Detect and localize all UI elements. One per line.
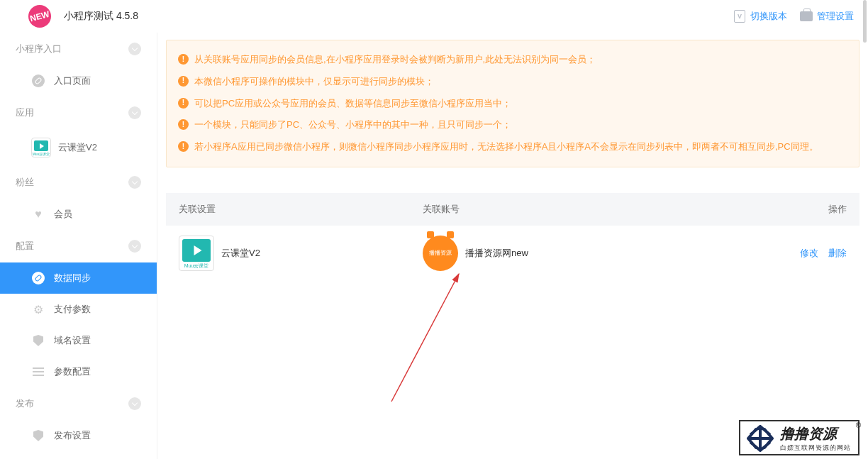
- sync-table: 关联设置 关联账号 操作 Muu云课堂 云课堂V2 播播资源 播播资源网new: [166, 193, 859, 281]
- scrollbar[interactable]: [863, 0, 867, 43]
- app-icon: Muu云课堂: [31, 138, 51, 157]
- app-logo: NEW: [28, 5, 51, 28]
- chevron-down-icon: [128, 240, 141, 253]
- notice-item: ! 本微信小程序可操作的模块中，仅显示可进行同步的模块；: [178, 71, 847, 93]
- sidebar-group-config[interactable]: 配置: [0, 230, 157, 262]
- col-header-account: 关联账号: [423, 203, 790, 216]
- briefcase-icon: [800, 10, 813, 23]
- watermark: 撸撸资源 ® 白嫖互联网资源的网站: [739, 420, 859, 455]
- account-label: 播播资源网new: [465, 247, 528, 260]
- chevron-down-icon: [128, 43, 141, 55]
- sidebar-item-entry-page[interactable]: 入口页面: [0, 65, 157, 96]
- sidebar-item-pay-params[interactable]: ⚙ 支付参数: [0, 294, 157, 325]
- sidebar-item-label: 会员: [54, 208, 72, 221]
- col-header-settings: 关联设置: [179, 203, 423, 216]
- sidebar-item-publish[interactable]: 发布设置: [0, 420, 157, 451]
- notice-text: 一个模块，只能同步了PC、公众号、小程序中的其中一种，且只可同步一个；: [194, 118, 511, 133]
- notice-text: 从关联账号应用同步的会员信息,在小程序应用登录时会被判断为新用户,此处无法识别为…: [194, 52, 596, 67]
- sidebar-item-label: 云课堂V2: [58, 141, 97, 154]
- sidebar-item-label: 参数配置: [54, 365, 91, 378]
- settings-label: 云课堂V2: [221, 247, 260, 260]
- notice-item: ! 可以把PC应用或公众号应用的会员、数据等信息同步至微信小程序应用当中；: [178, 93, 847, 115]
- manage-settings-label: 管理设置: [817, 10, 854, 23]
- sidebar-item-domain[interactable]: 域名设置: [0, 325, 157, 356]
- sidebar-item-label: 入口页面: [54, 74, 91, 87]
- table-header: 关联设置 关联账号 操作: [166, 193, 859, 226]
- sidebar-group-label: 发布: [16, 397, 34, 410]
- info-icon: !: [178, 54, 189, 65]
- new-badge-icon: NEW: [29, 9, 51, 23]
- col-header-ops: 操作: [790, 203, 847, 216]
- sidebar-group-fans[interactable]: 粉丝: [0, 166, 157, 199]
- notice-item: ! 从关联账号应用同步的会员信息,在小程序应用登录时会被判断为新用户,此处无法识…: [178, 49, 847, 71]
- watermark-title: 撸撸资源 ®: [780, 424, 851, 443]
- shield-icon: [31, 333, 45, 348]
- main-content: ! 从关联账号应用同步的会员信息,在小程序应用登录时会被判断为新用户,此处无法识…: [157, 33, 868, 459]
- chevron-down-icon: [128, 106, 141, 119]
- sidebar-group-label: 应用: [16, 106, 34, 119]
- link-icon: [31, 271, 45, 285]
- sidebar: 小程序入口 入口页面 应用 Muu云课堂 云课堂V2: [0, 33, 157, 459]
- manage-settings-button[interactable]: 管理设置: [800, 10, 854, 23]
- notice-item: ! 若小程序A应用已同步微信小程序，则微信小程序同步小程序应用时，无法选择小程序…: [178, 136, 847, 158]
- annotation-arrow: [384, 267, 498, 409]
- sidebar-group-label: 粉丝: [16, 176, 34, 189]
- version-icon: [733, 10, 746, 23]
- svg-line-0: [391, 274, 459, 402]
- registered-icon: ®: [856, 421, 861, 429]
- info-icon: !: [178, 119, 189, 130]
- table-row: Muu云课堂 云课堂V2 播播资源 播播资源网new 修改 删除: [166, 226, 859, 281]
- sidebar-group-apps[interactable]: 应用: [0, 96, 157, 129]
- app-icon: Muu云课堂: [179, 236, 214, 271]
- switch-version-button[interactable]: 切换版本: [733, 10, 787, 23]
- sidebar-item-members[interactable]: ♥ 会员: [0, 199, 157, 230]
- chevron-down-icon: [128, 397, 141, 410]
- sidebar-item-label: 数据同步: [54, 272, 91, 284]
- notice-box: ! 从关联账号应用同步的会员信息,在小程序应用登录时会被判断为新用户,此处无法识…: [166, 40, 859, 167]
- sidebar-item-label: 发布设置: [54, 429, 91, 442]
- header: NEW 小程序测试 4.5.8 切换版本 管理设置: [0, 0, 868, 33]
- info-icon: !: [178, 98, 189, 109]
- link-icon: [31, 74, 45, 88]
- cell-settings: Muu云课堂 云课堂V2: [179, 236, 423, 271]
- edit-button[interactable]: 修改: [800, 247, 818, 260]
- watermark-subtitle: 白嫖互联网资源的网站: [780, 443, 851, 453]
- page-title: 小程序测试 4.5.8: [64, 10, 138, 23]
- sidebar-group-entry[interactable]: 小程序入口: [0, 33, 157, 65]
- sidebar-group-publish[interactable]: 发布: [0, 387, 157, 420]
- sidebar-item-param-config[interactable]: 参数配置: [0, 356, 157, 387]
- notice-text: 本微信小程序可操作的模块中，仅显示可进行同步的模块；: [194, 74, 434, 89]
- sidebar-item-data-sync[interactable]: 数据同步: [0, 262, 157, 294]
- switch-version-label: 切换版本: [750, 10, 787, 23]
- notice-text: 若小程序A应用已同步微信小程序，则微信小程序同步小程序应用时，无法选择小程序A且…: [194, 140, 818, 155]
- shield-icon: [31, 428, 45, 443]
- gear-icon: ⚙: [31, 302, 45, 316]
- heart-icon: ♥: [31, 207, 45, 221]
- info-icon: !: [178, 141, 189, 152]
- info-icon: !: [178, 76, 189, 87]
- notice-text: 可以把PC应用或公众号应用的会员、数据等信息同步至微信小程序应用当中；: [194, 96, 511, 111]
- sidebar-group-label: 配置: [16, 240, 34, 253]
- list-icon: [31, 365, 45, 379]
- sidebar-group-label: 小程序入口: [16, 43, 62, 55]
- cell-account: 播播资源 播播资源网new: [423, 236, 776, 271]
- notice-item: ! 一个模块，只能同步了PC、公众号、小程序中的其中一种，且只可同步一个；: [178, 114, 847, 136]
- sidebar-item-label: 域名设置: [54, 334, 91, 347]
- watermark-logo-icon: [746, 424, 774, 453]
- account-icon: 播播资源: [423, 236, 458, 271]
- sidebar-item-yunketang[interactable]: Muu云课堂 云课堂V2: [0, 129, 157, 166]
- sidebar-item-label: 支付参数: [54, 303, 91, 316]
- chevron-down-icon: [128, 176, 141, 189]
- delete-button[interactable]: 删除: [828, 247, 847, 260]
